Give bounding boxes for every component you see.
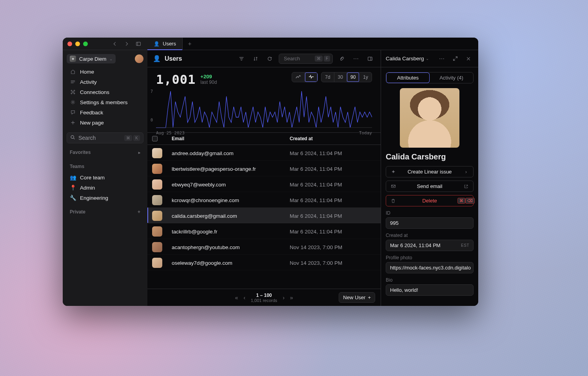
kbd-f: F — [324, 56, 330, 61]
stats-row: 1,001 +209 last 90d 7d30901y — [147, 67, 381, 87]
pager-prev[interactable]: ‹ — [243, 295, 245, 301]
workspace-switcher[interactable]: ✦ Carpe Diem ⌄ — [67, 54, 116, 63]
select-all-checkbox[interactable] — [152, 136, 158, 141]
nav-activity[interactable]: Activity — [67, 77, 143, 87]
cell-created: Nov 14 2023, 7:00 PM — [290, 260, 376, 266]
table-row[interactable]: kcrowqr@chronoengine.comMar 6 2024, 11:0… — [147, 192, 381, 208]
field-id[interactable]: 995 — [386, 217, 474, 229]
more-icon[interactable]: ⋯ — [351, 54, 361, 64]
nav-connections[interactable]: Connections — [67, 87, 143, 97]
page-header: 👤 Users ⌘ F — [147, 50, 381, 67]
external-link-icon — [463, 184, 469, 189]
table-search[interactable]: ⌘ F — [279, 54, 333, 64]
field-created[interactable]: Mar 6 2024, 11:04 PM EST — [386, 240, 474, 251]
team-admin[interactable]: 📍Admin — [67, 183, 143, 193]
current-user-avatar[interactable] — [135, 54, 143, 63]
table-row[interactable]: calida.carsberg@gmail.comMar 6 2024, 11:… — [147, 208, 381, 223]
nav-back-icon[interactable] — [111, 40, 119, 48]
sort-icon[interactable] — [250, 54, 261, 64]
avatar — [152, 242, 162, 252]
more-icon[interactable]: ⋯ — [437, 54, 447, 64]
pager-last[interactable]: » — [290, 295, 293, 301]
kbd-backspace: ⌫ — [465, 198, 475, 204]
search-input[interactable] — [283, 55, 310, 62]
svg-rect-8 — [368, 57, 372, 60]
minimize-window[interactable] — [75, 42, 80, 46]
nav-label: Feedback — [80, 110, 103, 116]
table-row[interactable]: tackrillrb@google.frMar 6 2024, 11:04 PM — [147, 223, 381, 239]
zoom-window[interactable] — [83, 42, 88, 46]
expand-icon[interactable] — [450, 54, 460, 64]
table-row[interactable]: acantophergn@youtube.comNov 14 2023, 7:0… — [147, 239, 381, 255]
nav-new-page[interactable]: New page — [67, 118, 143, 128]
nav-settings-members[interactable]: Settings & members — [67, 97, 143, 107]
field-bio[interactable]: Hello, world! — [386, 284, 474, 296]
connections-icon — [70, 89, 76, 95]
tab-attributes[interactable]: Attributes — [386, 72, 430, 83]
cell-created: Mar 6 2024, 11:04 PM — [290, 150, 376, 156]
col-created[interactable]: Created at — [290, 136, 376, 141]
nav-home[interactable]: Home — [67, 67, 143, 77]
range-30[interactable]: 30 — [334, 72, 347, 82]
tab-activity[interactable]: Activity (4) — [430, 72, 473, 83]
chart-type-pulse[interactable] — [305, 72, 318, 82]
col-email[interactable]: Email — [172, 136, 290, 141]
range-7d[interactable]: 7d — [321, 72, 334, 82]
page-title: 👤 Users — [153, 55, 182, 62]
nav-forward-icon[interactable] — [122, 40, 131, 48]
section-favorites[interactable]: Favorites ▸ — [67, 144, 143, 157]
detail-title[interactable]: Calida Carsberg ⌄ — [386, 56, 429, 61]
close-window[interactable] — [67, 42, 72, 46]
table-row[interactable]: ebwyeq7@weebly.comMar 6 2024, 11:04 PM — [147, 176, 381, 192]
profile-name: Calida Carsberg — [386, 152, 474, 161]
avatar — [152, 179, 162, 190]
sidebar-toggle-icon[interactable] — [134, 40, 143, 48]
filter-icon[interactable] — [236, 54, 247, 64]
plus-icon: + — [368, 295, 371, 300]
table-row[interactable]: oseleway7d@google.comNov 14 2023, 7:00 P… — [147, 255, 381, 270]
kbd-cmd: ⌘ — [457, 198, 465, 204]
chevron-right-icon: ▸ — [138, 150, 140, 155]
chevron-down-icon: ⌄ — [109, 57, 113, 61]
table-row[interactable]: andree.odday@gmail.comMar 6 2024, 11:04 … — [147, 145, 381, 161]
chart-type-line[interactable] — [292, 72, 305, 82]
nav-label: Settings & members — [80, 99, 128, 105]
tab-add[interactable] — [183, 38, 197, 50]
tab-users[interactable]: 👤 Users — [147, 38, 183, 50]
table-row[interactable]: lbertwistlere@pagesperso-orange.frMar 6 … — [147, 161, 381, 176]
nav-feedback[interactable]: Feedback — [67, 107, 143, 118]
sidebar-search[interactable]: Search ⌘ K — [67, 132, 143, 143]
detail-header: Calida Carsberg ⌄ ⋯ — [381, 50, 478, 67]
field-photo[interactable]: https://mock-faces.nyc3.cdn.digitalo — [386, 262, 474, 273]
cell-email: oseleway7d@google.com — [172, 260, 290, 266]
cell-created: Mar 6 2024, 11:04 PM — [290, 182, 376, 188]
range-90[interactable]: 90 — [347, 72, 359, 82]
table-footer: « ‹ 1 – 100 1,001 records › » New User + — [147, 289, 381, 306]
svg-point-6 — [72, 101, 74, 103]
kbd-cmd: ⌘ — [315, 56, 323, 61]
close-icon[interactable] — [463, 54, 474, 64]
team-engineering[interactable]: 🔧Engineering — [67, 193, 143, 203]
pager-first[interactable]: « — [235, 295, 238, 301]
team-core-team[interactable]: 👥Core team — [67, 172, 143, 183]
user-icon: 👤 — [154, 41, 160, 47]
team-label: Core team — [80, 175, 105, 181]
new-user-button[interactable]: New User + — [339, 292, 375, 303]
range-1y[interactable]: 1y — [359, 72, 372, 82]
delete-button[interactable]: Delete ⌘ ⌫ — [386, 195, 474, 206]
cell-created: Mar 6 2024, 11:04 PM — [290, 229, 376, 235]
pager-range: 1 – 100 — [251, 293, 277, 298]
plus-icon[interactable]: + — [138, 209, 140, 215]
refresh-icon[interactable] — [265, 54, 275, 64]
search-icon — [70, 135, 75, 141]
create-linear-issue-button[interactable]: ✦ Create Linear issue › — [386, 166, 474, 177]
section-teams: Teams — [67, 158, 143, 172]
center-pane: 👤 Users ⌘ F — [147, 50, 381, 306]
pager-next[interactable]: › — [283, 295, 285, 301]
pager-total: 1,001 records — [251, 298, 277, 303]
panel-toggle-icon[interactable] — [365, 54, 375, 64]
send-email-button[interactable]: Send email — [386, 181, 474, 192]
section-private[interactable]: Private + — [67, 204, 143, 217]
home-icon — [70, 69, 76, 75]
attachment-icon[interactable] — [337, 54, 347, 64]
